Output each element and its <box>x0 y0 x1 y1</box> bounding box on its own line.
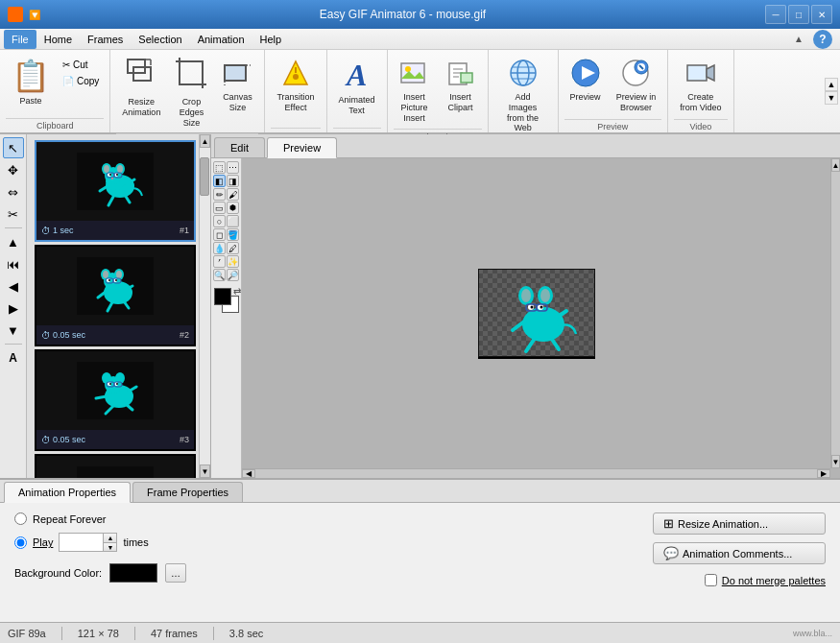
ribbon-scroll-down[interactable]: ▼ <box>825 91 838 105</box>
tab-preview[interactable]: Preview <box>267 137 337 158</box>
menu-item-help[interactable]: Help <box>252 30 290 49</box>
tool-rect[interactable]: ▭ <box>213 202 226 214</box>
tool-effect[interactable]: ✨ <box>227 255 239 268</box>
tool-paint[interactable]: 🖊 <box>227 242 239 254</box>
tab-edit[interactable]: Edit <box>214 137 265 157</box>
frame-item[interactable]: ⏱ 0.05 sec #4 <box>35 454 196 478</box>
app-icon: 🔽 <box>8 7 40 22</box>
close-button[interactable]: ✕ <box>811 5 832 24</box>
help-button[interactable]: ? <box>813 30 832 49</box>
fg-color-swatch[interactable] <box>214 288 231 305</box>
tool-brush[interactable]: 🖌 <box>227 188 239 201</box>
frame-panel: ⏱ 1 sec #1 <box>27 134 211 478</box>
tool-fill-select[interactable]: ◨ <box>227 175 239 187</box>
transition-effect-button[interactable]: TransitionEffect <box>271 54 320 117</box>
resize-icon <box>126 58 156 95</box>
canvas-size-button[interactable]: CanvasSize <box>216 54 258 117</box>
gif-canvas <box>478 269 595 359</box>
svg-point-107 <box>522 307 564 342</box>
tool-scroll-up[interactable]: ▲ <box>3 231 24 252</box>
swap-colors[interactable]: ⇄ <box>233 286 241 297</box>
svg-point-61 <box>116 271 122 278</box>
vscroll-up[interactable]: ▲ <box>831 158 840 172</box>
ribbon-scroll-up[interactable]: ▲ <box>825 78 838 91</box>
maximize-button[interactable]: □ <box>788 5 809 24</box>
svg-point-111 <box>521 289 531 302</box>
tool-magic-select[interactable]: ⋯ <box>227 161 239 174</box>
tool-text[interactable]: A <box>3 347 24 369</box>
minimize-button[interactable]: ─ <box>765 5 786 24</box>
hscroll-track <box>255 469 817 478</box>
tool-lasso[interactable]: ◧ <box>213 175 226 187</box>
frame-item[interactable]: ⏱ 0.05 sec #3 <box>35 349 196 451</box>
vscroll-down[interactable]: ▼ <box>831 455 840 468</box>
tool-eyedrop[interactable]: 💧 <box>213 242 226 254</box>
menu-item-frames[interactable]: Frames <box>80 30 131 49</box>
tool-resize[interactable]: ⇔ <box>3 181 24 202</box>
clipart-icon <box>445 58 476 90</box>
crop-edges-button[interactable]: CropEdgesSize <box>170 54 212 131</box>
ribbon-collapse-btn[interactable]: ▲ <box>788 32 809 46</box>
tab-frame-props[interactable]: Frame Properties <box>132 482 243 502</box>
preview-button[interactable]: Preview <box>564 54 607 107</box>
scroll-down-arrow[interactable]: ▼ <box>200 464 210 478</box>
menu-item-animation[interactable]: Animation <box>190 30 252 49</box>
tool-zoom-out[interactable]: 🔎 <box>227 269 239 281</box>
tool-ellipse[interactable]: ○ <box>213 215 226 227</box>
tool-crop[interactable]: ✂ <box>3 203 24 225</box>
scroll-thumb[interactable] <box>200 157 209 196</box>
tool-frame-prev[interactable]: ◀ <box>3 275 24 297</box>
frame-scrollbar: ▲ ▼ <box>199 134 210 478</box>
tab-animation-props[interactable]: Animation Properties <box>4 482 131 503</box>
canvas-hscrollbar: ◀ ▶ <box>242 468 830 478</box>
copy-button[interactable]: 📄 Copy <box>58 74 104 88</box>
svg-point-42 <box>117 165 123 173</box>
animated-text-button[interactable]: A AnimatedText <box>333 54 381 120</box>
frame-item[interactable]: ⏱ 1 sec #1 <box>35 140 196 242</box>
play-count-input[interactable]: 1000 <box>60 534 103 551</box>
resize-animation-btn[interactable]: ⊞ Resize Animation... <box>653 512 826 535</box>
props-right-actions: ⊞ Resize Animation... 💬 Animation Commen… <box>653 512 826 586</box>
insert-picture-button[interactable]: InsertPictureInsert <box>394 54 436 127</box>
bg-color-swatch[interactable] <box>109 563 157 583</box>
spinner-down[interactable]: ▼ <box>103 542 116 551</box>
tool-eraser[interactable]: ◻ <box>213 228 226 241</box>
frame-item[interactable]: ⏱ 0.05 sec #2 <box>35 245 196 346</box>
menu-item-home[interactable]: Home <box>36 30 80 49</box>
insert-clipart-button[interactable]: InsertClipart <box>440 54 482 117</box>
tool-rect-select[interactable]: ⬚ <box>213 161 226 174</box>
tool-shape[interactable]: ⬢ <box>227 202 239 214</box>
cut-button[interactable]: ✂ Cut <box>58 58 104 72</box>
animation-comments-btn[interactable]: 💬 Animation Comments... <box>653 542 826 564</box>
scroll-up-arrow[interactable]: ▲ <box>200 134 210 148</box>
tool-ellipse-fill[interactable]: ⬜ <box>227 215 239 227</box>
play-radio[interactable] <box>14 536 27 549</box>
create-video-button[interactable]: Createfrom Video <box>674 54 727 117</box>
tool-select[interactable]: ↖ <box>3 137 24 158</box>
resize-animation-button[interactable]: ResizeAnimation <box>116 54 166 122</box>
bg-color-more-btn[interactable]: … <box>165 563 186 583</box>
tool-frame-next[interactable]: ▶ <box>3 298 24 319</box>
repeat-forever-radio[interactable] <box>14 512 27 525</box>
preview-browser-button[interactable]: Preview inBrowser <box>611 54 662 117</box>
hscroll-left[interactable]: ◀ <box>242 469 255 478</box>
tool-stamp[interactable]: ⎖ <box>213 255 226 268</box>
tool-scroll-down[interactable]: ▼ <box>3 320 24 341</box>
spinner-up[interactable]: ▲ <box>103 534 116 542</box>
cut-icon: ✂ <box>62 60 70 70</box>
paste-button[interactable]: 📋 Paste <box>6 54 56 110</box>
menu-item-file[interactable]: File <box>4 30 36 49</box>
status-bar: GIF 89a 121 × 78 47 frames 3.8 sec www.b… <box>0 622 840 643</box>
add-images-web-button[interactable]: Add Imagesfrom theWeb <box>494 54 552 137</box>
tool-pencil[interactable]: ✏ <box>213 188 226 201</box>
menu-item-selection[interactable]: Selection <box>131 30 189 49</box>
tool-move[interactable]: ✥ <box>3 159 24 180</box>
tool-frame-first[interactable]: ⏮ <box>3 253 24 274</box>
tool-fill[interactable]: 🪣 <box>227 228 239 241</box>
merge-palettes-checkbox[interactable] <box>705 574 717 586</box>
hscroll-right[interactable]: ▶ <box>817 469 830 478</box>
tool-zoom-in[interactable]: 🔍 <box>213 269 226 281</box>
tool-row-5: ○ ⬜ <box>213 215 239 227</box>
tool-row-4: ▭ ⬢ <box>213 202 239 214</box>
svg-marker-34 <box>707 65 714 81</box>
